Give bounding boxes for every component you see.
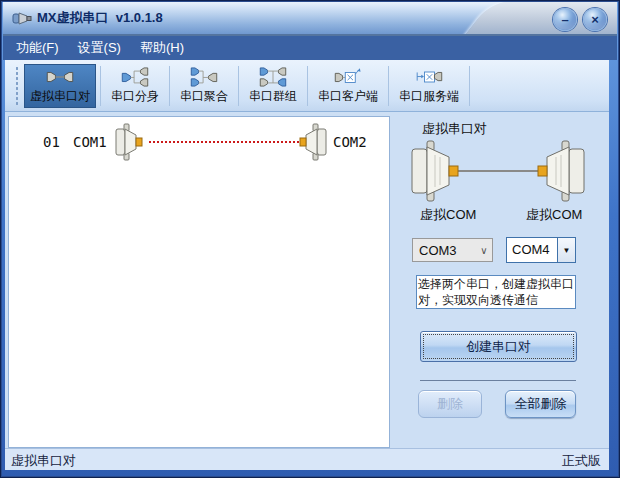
- com-port-select-left-value: COM3: [413, 243, 476, 258]
- delete-all-button[interactable]: 全部删除: [505, 390, 576, 418]
- toolbar-separator: [100, 66, 101, 106]
- right-virtual-com-label: 虚拟COM: [526, 206, 582, 224]
- toolbar-separator: [238, 66, 239, 106]
- port-group-icon: [258, 67, 288, 87]
- menu-bar: 功能(F) 设置(S) 帮助(H): [3, 34, 617, 60]
- pair-link-line: [149, 141, 299, 143]
- pair-index: 01: [43, 134, 60, 150]
- client-area: 虚拟串口对 串口分身 串口聚合: [5, 60, 609, 470]
- title-bar: MX虚拟串口 v1.0.1.8: [3, 2, 617, 34]
- toolbar-separator: [388, 66, 389, 106]
- app-window: MX虚拟串口 v1.0.1.8 – × 功能(F) 设置(S) 帮助(H) 虚拟…: [0, 0, 620, 478]
- port-pair-row[interactable]: 01 COM1: [9, 117, 389, 169]
- toolbar-button-port-split[interactable]: 串口分身: [105, 64, 165, 108]
- port-merge-icon: [189, 67, 219, 87]
- status-bar: 虚拟串口对 正式版: [5, 448, 609, 470]
- minimize-button[interactable]: –: [553, 8, 577, 31]
- dropdown-arrow-icon[interactable]: ▼: [557, 238, 575, 262]
- status-mode-text: 虚拟串口对: [11, 452, 76, 470]
- com-port-select-left[interactable]: COM3 ∨: [412, 238, 493, 262]
- panel-divider: [420, 380, 576, 381]
- pair-settings-panel: 虚拟串口对: [392, 112, 604, 448]
- virtual-pair-illustration: [410, 138, 586, 204]
- com-port-select-right-value: COM4: [507, 238, 557, 262]
- toolbar-separator: [307, 66, 308, 106]
- toolbar-grip-handle[interactable]: [15, 66, 19, 106]
- close-button[interactable]: ×: [583, 8, 607, 31]
- delete-button[interactable]: 删除: [418, 390, 482, 418]
- app-plug-icon: [12, 9, 34, 28]
- panel-title: 虚拟串口对: [422, 120, 487, 138]
- content-area: 01 COM1: [5, 112, 609, 448]
- port-server-icon: [414, 67, 444, 87]
- port-pair-list: 01 COM1: [8, 116, 390, 448]
- toolbar-separator: [169, 66, 170, 106]
- chevron-down-icon: ∨: [476, 245, 492, 256]
- toolbar: 虚拟串口对 串口分身 串口聚合: [5, 60, 609, 112]
- port-client-icon: [333, 67, 363, 87]
- toolbar-button-port-group[interactable]: 串口群组: [243, 64, 303, 108]
- menu-item-settings[interactable]: 设置(S): [78, 39, 121, 57]
- pair-description-box: 选择两个串口，创建虚拟串口对，实现双向透传通信: [416, 275, 576, 309]
- serial-connector-icon: [115, 122, 145, 162]
- pair-right-port: COM2: [333, 134, 367, 150]
- status-edition-text: 正式版: [562, 452, 601, 470]
- menu-item-function[interactable]: 功能(F): [16, 39, 59, 57]
- create-pair-button[interactable]: 创建串口对: [420, 331, 577, 362]
- pair-left-port: COM1: [73, 134, 107, 150]
- toolbar-button-virtual-pair[interactable]: 虚拟串口对: [24, 64, 96, 108]
- toolbar-button-port-client[interactable]: 串口客户端: [312, 64, 384, 108]
- serial-connector-icon: [297, 122, 327, 162]
- left-virtual-com-label: 虚拟COM: [420, 206, 476, 224]
- port-split-icon: [120, 67, 150, 87]
- com-port-select-right[interactable]: COM4 ▼: [506, 237, 576, 263]
- toolbar-button-port-merge[interactable]: 串口聚合: [174, 64, 234, 108]
- window-title: MX虚拟串口 v1.0.1.8: [37, 2, 163, 34]
- toolbar-button-port-server[interactable]: 串口服务端: [393, 64, 465, 108]
- virtual-pair-icon: [45, 67, 75, 87]
- toolbar-separator: [469, 66, 470, 106]
- menu-item-help[interactable]: 帮助(H): [140, 39, 184, 57]
